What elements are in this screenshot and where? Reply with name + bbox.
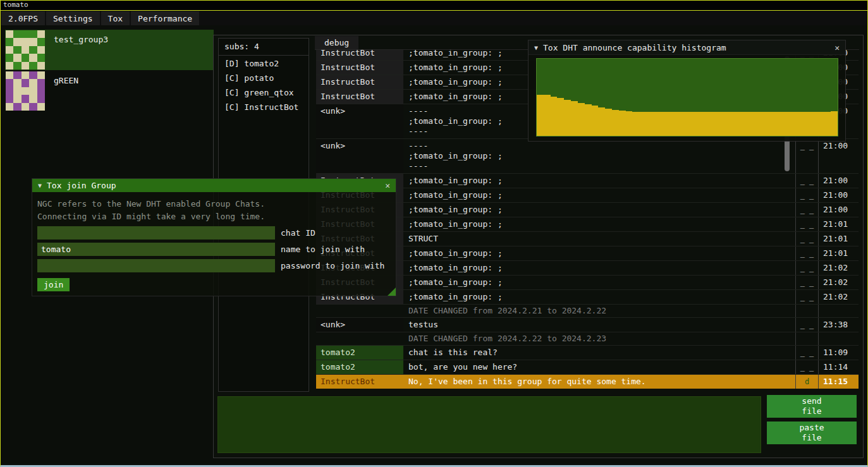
- message-sender: InstructBot: [316, 90, 403, 104]
- message-sender: [316, 305, 403, 317]
- join-group-dialog: ▼ Tox join Group ✕ NGC refers to the New…: [32, 178, 396, 296]
- message-input[interactable]: [217, 396, 761, 453]
- histogram-bar: [769, 112, 776, 136]
- send-file-button[interactable]: send file: [767, 395, 857, 418]
- menu-item-settings[interactable]: Settings: [46, 11, 100, 25]
- message-text: ;tomato_in_group: ;: [403, 203, 795, 217]
- message-row[interactable]: InstructBotNo, I've been in this group f…: [316, 375, 859, 389]
- message-text: bot, are you new here?: [403, 360, 795, 374]
- message-row[interactable]: tomato2bot, are you new here?_ _11:14: [316, 360, 859, 375]
- histogram-bar: [632, 112, 639, 136]
- message-row[interactable]: InstructBotSTRUCT_ _21:01: [316, 232, 859, 246]
- message-time: 21:02: [818, 276, 859, 289]
- close-icon[interactable]: ✕: [834, 43, 840, 52]
- message-flags: _ _: [795, 360, 818, 374]
- join-dialog-body: NGC refers to the New DHT enabled Group …: [32, 192, 396, 296]
- message-time: [818, 305, 859, 317]
- histogram-bar: [666, 112, 673, 136]
- paste-file-button[interactable]: paste file: [767, 422, 857, 444]
- join-name-input[interactable]: [37, 243, 275, 256]
- message-flags: _ _: [795, 290, 818, 304]
- chat-id-input[interactable]: [37, 226, 275, 240]
- message-time: 11:14: [818, 360, 859, 374]
- join-dialog-title-bar[interactable]: ▼ Tox join Group ✕: [32, 179, 396, 192]
- message-row[interactable]: InstructBot;tomato_in_group: ;_ _21:02: [316, 276, 859, 290]
- message-sender: tomato2: [316, 360, 403, 374]
- histogram-bar: [776, 112, 783, 136]
- message-time: [818, 332, 859, 345]
- message-row[interactable]: InstructBot;tomato_in_group: ;_ _21:00: [316, 174, 859, 188]
- message-flags: _ _: [795, 203, 818, 217]
- collapse-arrow-icon[interactable]: ▼: [534, 44, 538, 51]
- window-title-bar[interactable]: tomato: [0, 0, 868, 11]
- message-text: ;tomato_in_group: ;: [403, 188, 795, 202]
- message-flags: _ _: [795, 346, 818, 360]
- histogram-bar: [619, 111, 626, 136]
- subs-member-item[interactable]: [C] green_qtox: [219, 85, 309, 99]
- join-button[interactable]: join: [37, 278, 70, 291]
- histogram-window-title-bar[interactable]: ▼ Tox DHT announce capability histogram …: [529, 40, 845, 55]
- message-row[interactable]: InstructBot;tomato_in_group: ;_ _21:01: [316, 217, 859, 232]
- message-text: ---- ;tomato_in_group: ; ----: [403, 139, 795, 173]
- histogram-bar: [694, 112, 701, 136]
- subs-member-item[interactable]: [C] potato: [219, 70, 309, 85]
- subs-member-list: [D] tomato2[C] potato[C] green_qtox[C] I…: [219, 56, 309, 114]
- histogram-bar: [557, 98, 564, 136]
- message-time: 21:01: [818, 232, 859, 246]
- message-sender: tomato2: [316, 346, 403, 360]
- histogram-bar: [797, 112, 804, 136]
- histogram-bar: [721, 112, 728, 136]
- histogram-bar: [749, 112, 755, 136]
- histogram-bar: [544, 95, 551, 136]
- subs-member-item[interactable]: [C] InstructBot: [219, 99, 309, 114]
- histogram-bar: [728, 112, 735, 136]
- histogram-bar: [742, 112, 749, 136]
- histogram-bar: [578, 103, 585, 136]
- message-row[interactable]: InstructBot;tomato_in_group: ;_ _21:00: [316, 203, 859, 217]
- message-row[interactable]: <unk>testus_ _23:38: [316, 318, 859, 332]
- message-flags: d: [795, 375, 818, 389]
- histogram-bar: [804, 112, 810, 136]
- message-text: STRUCT: [403, 232, 795, 246]
- message-row[interactable]: InstructBot;tomato_in_group: ;_ _21:01: [316, 246, 859, 261]
- message-time: 23:38: [818, 318, 859, 332]
- histogram-bar: [701, 112, 708, 136]
- collapse-arrow-icon[interactable]: ▼: [38, 182, 42, 189]
- tab-debug[interactable]: debug: [315, 36, 358, 49]
- histogram-bar: [653, 112, 660, 136]
- message-row[interactable]: <unk>---- ;tomato_in_group: ; ----_ _21:…: [316, 139, 859, 174]
- histogram-bar: [762, 112, 769, 136]
- message-flags: _ _: [795, 246, 818, 260]
- message-row[interactable]: tomato2chat is this real?_ _11:09: [316, 346, 859, 360]
- join-password-input[interactable]: [37, 259, 275, 272]
- message-row[interactable]: InstructBot;tomato_in_group: ;_ _21:02: [316, 261, 859, 276]
- menu-item-performance[interactable]: Performance: [131, 11, 199, 25]
- message-time: 21:02: [818, 290, 859, 304]
- message-flags: _ _: [795, 276, 818, 289]
- message-row[interactable]: InstructBot;tomato_in_group: ;_ _21:00: [316, 188, 859, 203]
- join-dialog-description-line: NGC refers to the New DHT enabled Group …: [37, 198, 391, 210]
- histogram-bar: [831, 111, 838, 136]
- close-icon[interactable]: ✕: [385, 181, 390, 190]
- message-flags: _ _: [795, 232, 818, 246]
- histogram-bar: [755, 112, 762, 136]
- resize-grip[interactable]: [388, 288, 396, 296]
- join-dialog-title: Tox join Group: [47, 181, 116, 190]
- message-time: 21:00: [818, 174, 859, 188]
- histogram-bar: [564, 100, 571, 136]
- menu-item-tox[interactable]: Tox: [101, 11, 130, 25]
- sidebar-group-test-group3[interactable]: test_group3: [5, 30, 214, 70]
- fps-counter: 2.0FPS: [1, 11, 45, 25]
- histogram-bar: [735, 112, 742, 136]
- message-time: 21:02: [818, 261, 859, 275]
- message-time: 21:00: [818, 139, 859, 173]
- message-row[interactable]: InstructBot;tomato_in_group: ;_ _21:02: [316, 290, 859, 305]
- histogram-bar: [612, 110, 619, 136]
- message-text: chat is this real?: [403, 346, 795, 360]
- histogram-bar: [783, 112, 790, 136]
- message-flags: _ _: [795, 318, 818, 332]
- histogram-bar: [687, 112, 694, 136]
- chat-id-label: chat ID: [281, 228, 315, 238]
- sidebar-group-green[interactable]: gREEN: [5, 71, 214, 111]
- subs-member-item[interactable]: [D] tomato2: [219, 56, 309, 70]
